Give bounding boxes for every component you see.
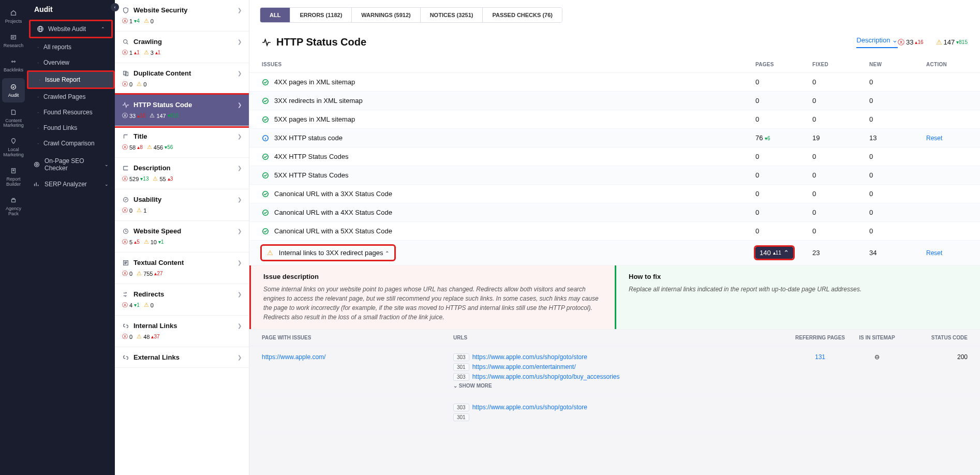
nav-label: Crawled Pages — [43, 93, 85, 100]
tab-notices[interactable]: NOTICES (3251) — [421, 8, 483, 22]
reset-link[interactable]: Reset — [926, 249, 942, 257]
sitemap-cell — [849, 404, 905, 423]
pages-cell: 0 — [755, 115, 812, 123]
url-link[interactable]: https://www.apple.com/us/shop/goto/store — [472, 353, 587, 361]
audit-icon — [9, 82, 18, 92]
content-icon — [9, 108, 18, 117]
category-crawling[interactable]: Crawling ❯ ⓧ 1 ▴1 ⚠ 3 ▴1 — [115, 32, 249, 63]
filter-tabs-row: ALLERRORS (1182)WARNINGS (5912)NOTICES (… — [249, 0, 980, 23]
rail-audit[interactable]: Audit — [2, 78, 25, 102]
svg-point-8 — [124, 39, 127, 43]
page-link[interactable]: https://www.apple.com/ — [262, 353, 325, 361]
nav-item-found-resources[interactable]: Found Resources — [27, 105, 115, 120]
issue-row[interactable]: ⚠ Internal links to 3XX redirect pages ⌃… — [249, 241, 980, 265]
tab-errors[interactable]: ERRORS (1182) — [290, 8, 352, 22]
warning-icon: ⚠ — [137, 207, 142, 214]
issue-row[interactable]: 3XX redirects in XML sitemap 0 0 0 — [249, 92, 980, 110]
issue-row[interactable]: Canonical URL with a 5XX Status Code 0 0… — [249, 222, 980, 241]
issue-name: Canonical URL with a 5XX Status Code — [274, 227, 392, 235]
chevron-right-icon: ❯ — [237, 197, 242, 202]
warning-icon: ⚠ — [144, 302, 149, 308]
show-more-button[interactable]: ⌄ SHOW MORE — [453, 383, 792, 389]
rail-agency[interactable]: AgencyPack — [0, 191, 27, 221]
category-title[interactable]: Title ❯ ⓧ 58 ▴8 ⚠ 456 ▾56 — [115, 126, 249, 158]
detail-table-header: PAGE WITH ISSUES URLS REFERRING PAGES IS… — [249, 330, 980, 346]
svg-rect-0 — [11, 35, 16, 39]
tab-warnings[interactable]: WARNINGS (5912) — [352, 8, 420, 22]
category-website-speed[interactable]: Website Speed ❯ ⓧ 5 ▴5 ⚠ 10 ▾1 — [115, 221, 249, 253]
category-icon — [122, 165, 129, 172]
nav-item-found-links[interactable]: Found Links — [27, 120, 115, 136]
nav-label: Crawl Comparison — [43, 140, 95, 147]
category-redirects[interactable]: Redirects ❯ ⓧ 4 ▾1 ⚠ 0 — [115, 284, 249, 316]
new-cell: 0 — [869, 227, 926, 235]
fixed-cell: 0 — [812, 97, 869, 105]
category-duplicate-content[interactable]: Duplicate Content ❯ ⓧ 0 ⚠ 0 — [115, 63, 249, 95]
url-link[interactable]: https://www.apple.com/us/shop/goto/store — [472, 404, 587, 411]
fixed-cell: 0 — [812, 153, 869, 160]
category-title: Internal Links — [133, 322, 177, 330]
pages-cell: 0 — [755, 190, 812, 198]
fixed-cell: 19 — [812, 134, 869, 142]
icon-rail: ProjectsResearchBacklinksAuditContentMar… — [0, 0, 27, 475]
category-http-status-code[interactable]: HTTP Status Code ❯ ⓧ 33 ▴16 ⚠ 147 ▾815 — [115, 95, 249, 126]
issue-row[interactable]: 3XX HTTP status code 76 ▾6 19 13 Reset — [249, 129, 980, 147]
nav-item-overview[interactable]: Overview — [27, 55, 115, 70]
issue-row[interactable]: 4XX pages in XML sitemap 0 0 0 — [249, 73, 980, 92]
rail-label: AgencyPack — [6, 206, 21, 217]
category-internal-links[interactable]: Internal Links ❯ ⓧ 0 ⚠ 48 ▴37 — [115, 316, 249, 347]
http-code-badge: 301 — [453, 413, 469, 421]
section-title: HTTP Status Code — [262, 36, 366, 48]
issue-row[interactable]: 4XX HTTP Status Codes 0 0 0 — [249, 147, 980, 166]
rail-report[interactable]: ReportBuilder — [0, 162, 27, 191]
category-website-security[interactable]: Website Security ❯ ⓧ 1 ▾4 ⚠ 0 — [115, 0, 249, 32]
warning-icon: ⚠ — [137, 81, 142, 87]
category-textual-content[interactable]: Textual Content ❯ ⓧ 0 ⚠ 755 ▴27 — [115, 253, 249, 284]
chevron-right-icon: ❯ — [237, 323, 242, 329]
nav-item-crawled-pages[interactable]: Crawled Pages — [27, 89, 115, 105]
category-icon — [122, 38, 129, 46]
nav-serp-analyzer[interactable]: SERP Analyzer ⌄ — [27, 176, 115, 192]
svg-rect-10 — [125, 72, 128, 76]
check-icon — [262, 209, 269, 216]
issue-row[interactable]: 5XX pages in XML sitemap 0 0 0 — [249, 110, 980, 129]
category-title: Usability — [133, 196, 161, 203]
sort-dropdown[interactable]: Description ⌄ — [856, 36, 898, 48]
referring-pages[interactable] — [792, 404, 849, 423]
nav-item-all-reports[interactable]: All reports — [27, 39, 115, 55]
category-usability[interactable]: Usability ❯ ⓧ 0 ⚠ 1 — [115, 189, 249, 221]
url-link[interactable]: https://www.apple.com/entertainment/ — [472, 363, 576, 370]
report-icon — [9, 166, 18, 175]
rail-projects[interactable]: Projects — [0, 4, 27, 28]
category-stats: ⓧ 4 ▾1 ⚠ 0 — [122, 301, 242, 309]
rail-backlinks[interactable]: Backlinks — [0, 53, 27, 77]
header-stats: ⓧ 33 ▴16 ⚠ 147 ▾815 — [898, 38, 968, 47]
issue-row[interactable]: Canonical URL with a 3XX Status Code 0 0… — [249, 185, 980, 203]
category-title: Crawling — [133, 38, 162, 46]
category-icon — [122, 196, 129, 203]
sitemap-cell: ⊖ — [849, 353, 905, 389]
reset-link[interactable]: Reset — [926, 135, 942, 142]
nav-onpage-seo[interactable]: On-Page SEO Checker ⌄ — [27, 153, 115, 176]
nav-item-issue-report[interactable]: Issue Report — [27, 70, 115, 89]
nav-item-crawl-comparison[interactable]: Crawl Comparison — [27, 136, 115, 151]
tab-all[interactable]: ALL — [260, 8, 290, 22]
svg-point-6 — [35, 162, 39, 167]
issue-name: 4XX HTTP Status Codes — [274, 153, 349, 160]
issue-row[interactable]: Canonical URL with a 4XX Status Code 0 0… — [249, 203, 980, 222]
rail-local[interactable]: LocalMarketing — [0, 132, 27, 162]
new-cell: 0 — [869, 78, 926, 86]
referring-pages[interactable]: 131 — [792, 353, 849, 389]
fixed-cell: 0 — [812, 190, 869, 198]
category-title: Redirects — [133, 290, 164, 298]
url-link[interactable]: https://www.apple.com/us/shop/goto/buy_a… — [472, 373, 620, 380]
issue-row[interactable]: 5XX HTTP Status Codes 0 0 0 — [249, 166, 980, 185]
rail-content[interactable]: ContentMarketing — [0, 103, 27, 133]
rail-research[interactable]: Research — [0, 28, 27, 53]
tab-passed[interactable]: PASSED CHECKS (76) — [483, 8, 562, 22]
error-icon: ⓧ — [122, 333, 128, 340]
check-icon — [262, 97, 269, 105]
category-description[interactable]: Description ❯ ⓧ 529 ▾13 ⚠ 55 ▴3 — [115, 158, 249, 189]
nav-website-audit[interactable]: Website Audit ⌃ — [31, 21, 111, 37]
category-external-links[interactable]: External Links ❯ — [115, 347, 249, 368]
